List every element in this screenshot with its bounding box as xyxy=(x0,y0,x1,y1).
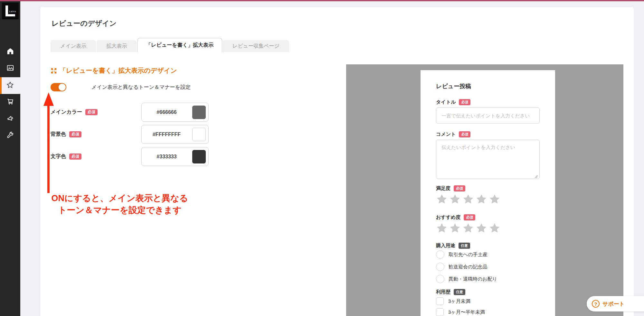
purpose-option-2[interactable]: 歓送迎会の記念品 xyxy=(436,263,487,271)
usage-history-label: 利用歴 xyxy=(436,289,450,295)
logo-text: Letro xyxy=(9,10,16,13)
main-color-swatch[interactable] xyxy=(192,106,206,119)
recommendation-label-row: おすすめ度 必須 xyxy=(436,214,475,220)
required-badge: 必須 xyxy=(85,109,98,115)
radio-button[interactable] xyxy=(436,275,444,283)
usage-option-1-label: 3ヶ月未満 xyxy=(448,298,470,304)
purpose-option-1[interactable]: 取引先への手土産 xyxy=(436,250,488,259)
text-color-label: 文字色 xyxy=(51,153,66,160)
purpose-label-row: 購入用途 任意 xyxy=(436,243,470,249)
recommendation-label: おすすめ度 xyxy=(436,214,460,220)
required-badge: 必須 xyxy=(459,99,470,105)
main-color-input-box xyxy=(141,103,209,122)
recommendation-star-rating xyxy=(435,222,501,236)
wrench-icon xyxy=(6,131,14,141)
background-color-row: 背景色 必須 xyxy=(51,125,81,144)
tab-bar: メイン表示 拡大表示 「レビューを書く」拡大表示 レビュー収集ページ xyxy=(51,38,290,52)
purpose-option-3-label: 異動・退職時のお配り xyxy=(449,276,497,282)
main-color-label: メインカラー xyxy=(51,109,82,116)
optional-badge: 任意 xyxy=(459,243,470,248)
text-color-input-box xyxy=(141,147,209,166)
toggle-knob xyxy=(59,84,66,91)
annotation-text: ONにすると、メイン表示と異なる トーン＆マナーを設定できます xyxy=(38,192,202,216)
support-label: サポート xyxy=(602,300,625,308)
star-icon[interactable] xyxy=(449,222,461,236)
purpose-option-2-label: 歓送迎会の記念品 xyxy=(449,264,487,270)
required-badge: 必須 xyxy=(459,131,470,137)
sidebar-item-reviews[interactable] xyxy=(0,77,20,94)
usage-option-1[interactable]: 3ヶ月未満 xyxy=(436,297,470,305)
text-color-hex-input[interactable] xyxy=(142,147,192,166)
main-content: レビューのデザイン メイン表示 拡大表示 「レビューを書く」拡大表示 レビュー収… xyxy=(40,7,634,316)
megaphone-icon xyxy=(6,114,14,124)
star-icon[interactable] xyxy=(488,193,501,207)
star-icon[interactable] xyxy=(475,193,488,207)
annotation-line-2: トーン＆マナーを設定できます xyxy=(38,204,202,216)
page-title: レビューのデザイン xyxy=(52,19,117,28)
background-color-input-box xyxy=(141,125,209,144)
star-icon[interactable] xyxy=(435,222,448,236)
purpose-option-1-label: 取引先への手土産 xyxy=(449,252,488,258)
sidebar-item-tools[interactable] xyxy=(0,127,20,144)
required-badge: 必須 xyxy=(69,131,81,137)
home-icon xyxy=(6,47,14,57)
text-color-row: 文字色 必須 xyxy=(51,147,81,166)
sidebar-item-commerce[interactable] xyxy=(0,94,20,110)
annotation-arrow-line xyxy=(47,105,50,193)
tab-review-collection-page[interactable]: レビュー収集ページ xyxy=(223,40,289,52)
form-title: レビュー投稿 xyxy=(436,82,471,90)
required-badge: 必須 xyxy=(464,214,475,220)
star-icon xyxy=(6,81,14,91)
background-color-swatch[interactable] xyxy=(192,128,206,141)
background-color-label: 背景色 xyxy=(51,131,66,138)
tab-enlarged-display[interactable]: 拡大表示 xyxy=(97,40,137,52)
comment-field-label: コメント xyxy=(436,131,456,137)
sidebar-item-images[interactable] xyxy=(0,60,20,77)
tone-manner-toggle-row: メイン表示と異なるトーン＆マナーを設定 xyxy=(51,83,191,91)
star-icon[interactable] xyxy=(435,193,448,207)
logo-mark xyxy=(5,14,15,16)
purpose-label: 購入用途 xyxy=(436,243,455,249)
question-icon: ? xyxy=(592,300,600,308)
star-icon[interactable] xyxy=(462,222,475,236)
optional-badge: 任意 xyxy=(454,289,465,295)
radio-button[interactable] xyxy=(436,263,444,271)
tab-write-review-enlarged[interactable]: 「レビューを書く」拡大表示 xyxy=(137,38,222,52)
background-color-hex-input[interactable] xyxy=(142,125,192,144)
main-color-row: メインカラー 必須 xyxy=(51,103,98,122)
radio-button[interactable] xyxy=(436,250,444,259)
tone-manner-toggle[interactable] xyxy=(51,83,66,91)
required-badge: 必須 xyxy=(454,185,465,191)
review-comment-textarea[interactable] xyxy=(436,140,540,179)
text-color-swatch[interactable] xyxy=(192,150,206,163)
sidebar-item-home[interactable] xyxy=(0,43,20,60)
cart-icon xyxy=(6,97,14,107)
section-heading-text: 「レビューを書く」拡大表示のデザイン xyxy=(60,66,177,75)
expand-icon xyxy=(51,68,57,74)
title-field-label: タイトル xyxy=(436,99,456,105)
main-color-hex-input[interactable] xyxy=(142,103,192,121)
letro-logo[interactable]: Letro xyxy=(2,3,19,19)
annotation-line-1: ONにすると、メイン表示と異なる xyxy=(38,192,202,204)
sidebar-item-campaign[interactable] xyxy=(0,111,20,127)
top-accent-line xyxy=(0,0,644,1)
required-badge: 必須 xyxy=(69,153,81,160)
review-title-input[interactable] xyxy=(436,107,540,124)
checkbox[interactable] xyxy=(436,297,444,305)
star-icon[interactable] xyxy=(475,222,488,236)
tab-main-display[interactable]: メイン表示 xyxy=(51,40,96,52)
comment-field-label-row: コメント 必須 xyxy=(436,131,470,137)
annotation-arrow-head xyxy=(43,92,54,106)
support-button[interactable]: ? サポート xyxy=(587,296,644,311)
star-icon[interactable] xyxy=(488,222,501,236)
section-heading: 「レビューを書く」拡大表示のデザイン xyxy=(51,66,177,75)
title-field-label-row: タイトル 必須 xyxy=(436,99,470,105)
usage-option-2-label: 3ヶ月〜半年未満 xyxy=(448,309,485,315)
usage-option-2[interactable]: 3ヶ月〜半年未満 xyxy=(436,308,485,316)
satisfaction-label: 満足度 xyxy=(436,185,450,191)
star-icon[interactable] xyxy=(462,193,475,207)
review-form-preview: レビュー投稿 タイトル 必須 コメント 必須 満足度 必須 xyxy=(421,70,555,316)
star-icon[interactable] xyxy=(449,193,461,207)
purpose-option-3[interactable]: 異動・退職時のお配り xyxy=(436,275,497,283)
checkbox[interactable] xyxy=(436,308,444,316)
